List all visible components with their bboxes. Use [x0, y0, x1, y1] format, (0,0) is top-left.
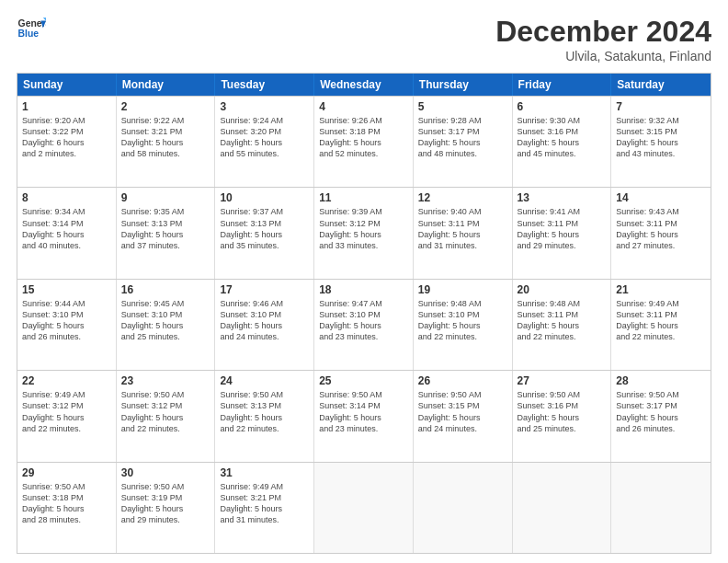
- week-row-3: 15Sunrise: 9:44 AMSunset: 3:10 PMDayligh…: [17, 279, 711, 370]
- day-cell-4: 4Sunrise: 9:26 AMSunset: 3:18 PMDaylight…: [314, 97, 414, 187]
- day-info: Sunrise: 9:50 AMSunset: 3:19 PMDaylight:…: [121, 481, 210, 526]
- general-blue-logo-icon: General Blue: [17, 15, 46, 44]
- day-number: 15: [22, 283, 111, 296]
- day-cell-5: 5Sunrise: 9:28 AMSunset: 3:17 PMDaylight…: [414, 97, 513, 187]
- day-number: 31: [220, 466, 309, 479]
- day-number: 12: [418, 191, 507, 204]
- day-info: Sunrise: 9:50 AMSunset: 3:14 PMDaylight:…: [319, 389, 408, 434]
- day-number: 4: [319, 100, 408, 113]
- day-info: Sunrise: 9:49 AMSunset: 3:21 PMDaylight:…: [220, 481, 309, 526]
- day-info: Sunrise: 9:48 AMSunset: 3:11 PMDaylight:…: [518, 298, 607, 343]
- day-cell-22: 22Sunrise: 9:49 AMSunset: 3:12 PMDayligh…: [17, 371, 117, 461]
- day-cell-27: 27Sunrise: 9:50 AMSunset: 3:16 PMDayligh…: [513, 371, 612, 461]
- empty-cell: [611, 463, 711, 553]
- day-cell-24: 24Sunrise: 9:50 AMSunset: 3:13 PMDayligh…: [215, 371, 314, 461]
- day-cell-29: 29Sunrise: 9:50 AMSunset: 3:18 PMDayligh…: [17, 463, 117, 553]
- day-number: 29: [22, 466, 111, 479]
- day-number: 28: [616, 374, 706, 387]
- day-cell-30: 30Sunrise: 9:50 AMSunset: 3:19 PMDayligh…: [117, 463, 216, 553]
- day-number: 25: [319, 374, 408, 387]
- header-cell-friday: Friday: [513, 74, 612, 96]
- header-cell-thursday: Thursday: [414, 74, 513, 96]
- day-cell-19: 19Sunrise: 9:48 AMSunset: 3:10 PMDayligh…: [414, 280, 513, 370]
- day-info: Sunrise: 9:28 AMSunset: 3:17 PMDaylight:…: [418, 115, 507, 160]
- day-cell-26: 26Sunrise: 9:50 AMSunset: 3:15 PMDayligh…: [414, 371, 513, 461]
- calendar: SundayMondayTuesdayWednesdayThursdayFrid…: [17, 73, 711, 554]
- day-info: Sunrise: 9:35 AMSunset: 3:13 PMDaylight:…: [121, 206, 210, 251]
- empty-cell: [513, 463, 612, 553]
- day-info: Sunrise: 9:43 AMSunset: 3:11 PMDaylight:…: [616, 206, 706, 251]
- day-cell-31: 31Sunrise: 9:49 AMSunset: 3:21 PMDayligh…: [215, 463, 314, 553]
- day-number: 21: [616, 283, 706, 296]
- day-number: 23: [121, 374, 210, 387]
- week-row-5: 29Sunrise: 9:50 AMSunset: 3:18 PMDayligh…: [17, 462, 711, 553]
- week-row-4: 22Sunrise: 9:49 AMSunset: 3:12 PMDayligh…: [17, 370, 711, 461]
- day-info: Sunrise: 9:37 AMSunset: 3:13 PMDaylight:…: [220, 206, 309, 251]
- page: General Blue December 2024 Ulvila, Satak…: [0, 0, 728, 563]
- day-number: 27: [518, 374, 607, 387]
- day-number: 9: [121, 191, 210, 204]
- day-cell-17: 17Sunrise: 9:46 AMSunset: 3:10 PMDayligh…: [215, 280, 314, 370]
- week-row-2: 8Sunrise: 9:34 AMSunset: 3:14 PMDaylight…: [17, 187, 711, 278]
- day-info: Sunrise: 9:44 AMSunset: 3:10 PMDaylight:…: [22, 298, 111, 343]
- day-info: Sunrise: 9:34 AMSunset: 3:14 PMDaylight:…: [22, 206, 111, 251]
- day-info: Sunrise: 9:50 AMSunset: 3:16 PMDaylight:…: [518, 389, 607, 434]
- day-info: Sunrise: 9:49 AMSunset: 3:11 PMDaylight:…: [616, 298, 706, 343]
- day-info: Sunrise: 9:26 AMSunset: 3:18 PMDaylight:…: [319, 115, 408, 160]
- day-number: 26: [418, 374, 507, 387]
- calendar-title: December 2024: [495, 15, 711, 49]
- day-cell-15: 15Sunrise: 9:44 AMSunset: 3:10 PMDayligh…: [17, 280, 117, 370]
- day-number: 11: [319, 191, 408, 204]
- day-info: Sunrise: 9:40 AMSunset: 3:11 PMDaylight:…: [418, 206, 507, 251]
- day-number: 20: [518, 283, 607, 296]
- day-info: Sunrise: 9:45 AMSunset: 3:10 PMDaylight:…: [121, 298, 210, 343]
- day-cell-11: 11Sunrise: 9:39 AMSunset: 3:12 PMDayligh…: [314, 188, 414, 278]
- day-number: 10: [220, 191, 309, 204]
- day-number: 1: [22, 100, 111, 113]
- day-cell-23: 23Sunrise: 9:50 AMSunset: 3:12 PMDayligh…: [117, 371, 216, 461]
- day-number: 7: [616, 100, 706, 113]
- day-number: 8: [22, 191, 111, 204]
- day-number: 18: [319, 283, 408, 296]
- day-number: 30: [121, 466, 210, 479]
- day-number: 2: [121, 100, 210, 113]
- day-info: Sunrise: 9:48 AMSunset: 3:10 PMDaylight:…: [418, 298, 507, 343]
- day-cell-14: 14Sunrise: 9:43 AMSunset: 3:11 PMDayligh…: [611, 188, 711, 278]
- day-cell-21: 21Sunrise: 9:49 AMSunset: 3:11 PMDayligh…: [611, 280, 711, 370]
- day-info: Sunrise: 9:30 AMSunset: 3:16 PMDaylight:…: [518, 115, 607, 160]
- day-cell-6: 6Sunrise: 9:30 AMSunset: 3:16 PMDaylight…: [513, 97, 612, 187]
- day-info: Sunrise: 9:46 AMSunset: 3:10 PMDaylight:…: [220, 298, 309, 343]
- week-row-1: 1Sunrise: 9:20 AMSunset: 3:22 PMDaylight…: [17, 96, 711, 187]
- day-info: Sunrise: 9:50 AMSunset: 3:12 PMDaylight:…: [121, 389, 210, 434]
- day-info: Sunrise: 9:41 AMSunset: 3:11 PMDaylight:…: [518, 206, 607, 251]
- header: General Blue December 2024 Ulvila, Satak…: [17, 15, 711, 63]
- empty-cell: [314, 463, 414, 553]
- day-info: Sunrise: 9:22 AMSunset: 3:21 PMDaylight:…: [121, 115, 210, 160]
- header-cell-monday: Monday: [117, 74, 216, 96]
- day-cell-9: 9Sunrise: 9:35 AMSunset: 3:13 PMDaylight…: [117, 188, 216, 278]
- day-number: 16: [121, 283, 210, 296]
- day-info: Sunrise: 9:39 AMSunset: 3:12 PMDaylight:…: [319, 206, 408, 251]
- day-info: Sunrise: 9:20 AMSunset: 3:22 PMDaylight:…: [22, 115, 111, 160]
- day-info: Sunrise: 9:32 AMSunset: 3:15 PMDaylight:…: [616, 115, 706, 160]
- day-number: 22: [22, 374, 111, 387]
- day-cell-28: 28Sunrise: 9:50 AMSunset: 3:17 PMDayligh…: [611, 371, 711, 461]
- day-number: 17: [220, 283, 309, 296]
- logo: General Blue: [17, 15, 46, 44]
- day-info: Sunrise: 9:24 AMSunset: 3:20 PMDaylight:…: [220, 115, 309, 160]
- header-cell-saturday: Saturday: [611, 74, 711, 96]
- day-info: Sunrise: 9:50 AMSunset: 3:18 PMDaylight:…: [22, 481, 111, 526]
- day-cell-12: 12Sunrise: 9:40 AMSunset: 3:11 PMDayligh…: [414, 188, 513, 278]
- day-cell-20: 20Sunrise: 9:48 AMSunset: 3:11 PMDayligh…: [513, 280, 612, 370]
- day-number: 19: [418, 283, 507, 296]
- day-number: 5: [418, 100, 507, 113]
- calendar-body: 1Sunrise: 9:20 AMSunset: 3:22 PMDaylight…: [17, 96, 711, 553]
- day-cell-10: 10Sunrise: 9:37 AMSunset: 3:13 PMDayligh…: [215, 188, 314, 278]
- day-number: 24: [220, 374, 309, 387]
- day-cell-3: 3Sunrise: 9:24 AMSunset: 3:20 PMDaylight…: [215, 97, 314, 187]
- header-cell-tuesday: Tuesday: [215, 74, 314, 96]
- day-cell-16: 16Sunrise: 9:45 AMSunset: 3:10 PMDayligh…: [117, 280, 216, 370]
- header-cell-sunday: Sunday: [17, 74, 117, 96]
- day-info: Sunrise: 9:50 AMSunset: 3:15 PMDaylight:…: [418, 389, 507, 434]
- day-number: 14: [616, 191, 706, 204]
